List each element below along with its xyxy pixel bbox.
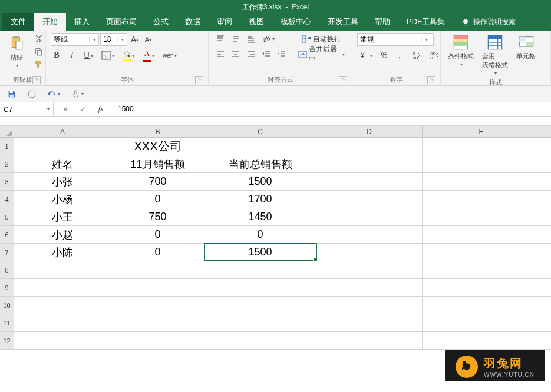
cell[interactable]	[14, 261, 111, 278]
chevron-down-icon[interactable]: ▾	[89, 37, 98, 42]
italic-button[interactable]: I	[66, 49, 78, 61]
cell[interactable]: 0	[111, 191, 204, 208]
cell[interactable]	[316, 332, 423, 349]
chevron-down-icon[interactable]: ▾	[117, 37, 127, 42]
cell[interactable]	[316, 226, 423, 243]
font-name-combo[interactable]: ▾	[51, 33, 99, 46]
tab-data[interactable]: 数据	[177, 13, 209, 31]
increase-font-button[interactable]: A▴	[128, 34, 141, 45]
col-header[interactable]: E	[423, 126, 540, 137]
cell[interactable]	[316, 297, 423, 314]
align-left-button[interactable]	[213, 48, 227, 60]
tab-developer[interactable]: 开发工具	[319, 13, 367, 31]
cell[interactable]	[423, 297, 540, 314]
touch-mode-button[interactable]: ▾	[68, 88, 86, 100]
cell[interactable]: 0	[111, 244, 204, 261]
percent-button[interactable]: %	[378, 49, 390, 61]
tab-review[interactable]: 审阅	[209, 13, 240, 31]
cell[interactable]: 1450	[204, 208, 316, 225]
row-header[interactable]: 9	[0, 279, 14, 296]
spreadsheet-grid[interactable]: A B C D E 1 XXX公司 2 姓名 11月销售额 当前总销售额 3 小…	[0, 126, 551, 350]
cell[interactable]	[423, 332, 540, 349]
cancel-button[interactable]: ✕	[60, 104, 71, 115]
alignment-launcher[interactable]: ⤡	[339, 76, 347, 84]
cell[interactable]: 姓名	[14, 155, 111, 172]
row-header[interactable]: 2	[0, 155, 14, 172]
cell[interactable]	[111, 314, 204, 331]
col-header[interactable]: A	[14, 126, 111, 137]
clipboard-launcher[interactable]: ⤡	[32, 76, 41, 84]
row-header[interactable]: 6	[0, 226, 14, 243]
undo-button[interactable]: ▾	[45, 88, 62, 100]
cell[interactable]: 小王	[14, 208, 111, 225]
cell[interactable]	[204, 332, 316, 349]
cell[interactable]	[423, 261, 540, 278]
cell[interactable]	[111, 332, 204, 349]
row-header[interactable]: 3	[0, 173, 14, 190]
bold-button[interactable]: B	[51, 49, 62, 61]
confirm-button[interactable]: ✓	[77, 104, 89, 115]
cell[interactable]	[111, 297, 204, 314]
cell[interactable]: 0	[204, 226, 316, 243]
cut-button[interactable]	[32, 33, 46, 45]
cell[interactable]: 750	[111, 208, 204, 225]
col-header[interactable]: B	[111, 126, 204, 137]
cell[interactable]: 700	[111, 173, 204, 190]
row-header[interactable]: 12	[0, 332, 14, 349]
borders-button[interactable]: ▾	[99, 49, 117, 61]
tab-home[interactable]: 开始	[34, 13, 66, 31]
row-header[interactable]: 11	[0, 314, 14, 331]
orientation-button[interactable]: ab▾	[259, 33, 277, 45]
align-top-button[interactable]	[213, 33, 227, 45]
cell[interactable]	[204, 138, 316, 155]
cell[interactable]: 小张	[14, 173, 111, 190]
cell[interactable]	[316, 138, 423, 155]
decrease-decimal-button[interactable]: .00.0	[427, 49, 441, 61]
font-size-combo[interactable]: ▾	[100, 33, 127, 46]
insert-function-button[interactable]: fx	[95, 104, 107, 115]
tab-file[interactable]: 文件	[2, 13, 34, 31]
tab-templates[interactable]: 模板中心	[272, 13, 319, 31]
cell-reference-input[interactable]	[0, 103, 44, 116]
cell[interactable]	[423, 208, 540, 225]
tab-pdf-tools[interactable]: PDF工具集	[398, 13, 453, 31]
chevron-down-icon[interactable]: ▾	[44, 107, 53, 112]
tab-formulas[interactable]: 公式	[145, 13, 177, 31]
tab-help[interactable]: 帮助	[367, 13, 398, 31]
cell[interactable]	[423, 226, 540, 243]
increase-indent-button[interactable]	[275, 48, 289, 60]
align-center-button[interactable]	[229, 48, 243, 60]
select-all-corner[interactable]	[0, 126, 14, 137]
cell[interactable]	[316, 173, 423, 190]
tab-view[interactable]: 视图	[240, 13, 272, 31]
formula-input[interactable]	[113, 102, 551, 115]
cell[interactable]	[204, 261, 316, 278]
col-header[interactable]: D	[316, 126, 423, 137]
cell[interactable]	[111, 261, 204, 278]
cell[interactable]	[423, 138, 540, 155]
cell[interactable]	[316, 208, 423, 225]
qat-unknown-button[interactable]	[25, 88, 39, 100]
cell[interactable]: 小杨	[14, 191, 111, 208]
cell[interactable]	[204, 314, 316, 331]
underline-button[interactable]: U▾	[81, 49, 95, 61]
font-launcher[interactable]: ⤡	[195, 76, 203, 84]
phonetic-button[interactable]: wén▾	[160, 49, 179, 61]
cell[interactable]: 小赵	[14, 226, 111, 243]
name-box[interactable]: ▾	[0, 102, 54, 116]
fill-color-button[interactable]: ▾	[120, 49, 137, 61]
cell[interactable]	[14, 314, 111, 331]
cell[interactable]	[204, 279, 316, 296]
format-painter-button[interactable]	[32, 59, 46, 71]
cell[interactable]	[423, 191, 540, 208]
cell[interactable]	[423, 244, 540, 261]
row-header[interactable]: 10	[0, 297, 14, 314]
tab-insert[interactable]: 插入	[66, 13, 98, 31]
cell[interactable]	[111, 279, 204, 296]
cell[interactable]	[316, 279, 423, 296]
decrease-font-button[interactable]: A▾	[142, 34, 154, 45]
cell[interactable]: 0	[111, 226, 204, 243]
cell[interactable]: 1500	[204, 173, 316, 190]
cell[interactable]	[316, 191, 423, 208]
wrap-text-button[interactable]: ab 自动换行	[296, 33, 347, 45]
